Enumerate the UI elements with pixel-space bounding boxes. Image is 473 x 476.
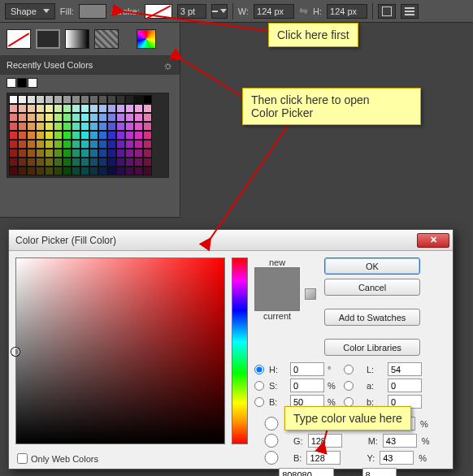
swatch[interactable] (116, 95, 125, 104)
swatch[interactable] (72, 158, 80, 167)
swatch[interactable] (98, 104, 107, 113)
swatch[interactable] (18, 131, 27, 140)
shape-mode-dropdown[interactable]: Shape (5, 3, 55, 19)
swatch[interactable] (45, 113, 54, 122)
color-libraries-button[interactable]: Color Libraries (324, 339, 420, 356)
swatch[interactable] (18, 167, 27, 175)
swatch[interactable] (98, 131, 107, 140)
swatch[interactable] (143, 158, 152, 167)
swatch[interactable] (54, 122, 63, 131)
swatch[interactable] (107, 122, 116, 131)
r-radio[interactable] (254, 417, 289, 431)
l-input[interactable] (388, 362, 422, 376)
swatch[interactable] (54, 149, 63, 158)
swatch[interactable] (134, 140, 143, 149)
swatch[interactable] (80, 140, 89, 149)
swatch[interactable] (45, 95, 54, 104)
s-radio[interactable] (254, 381, 264, 391)
swatch[interactable] (98, 95, 107, 104)
swatch[interactable] (80, 104, 89, 113)
s-input[interactable] (290, 379, 324, 392)
swatch[interactable] (125, 95, 134, 104)
swatch[interactable] (9, 131, 18, 140)
swatch[interactable] (18, 158, 27, 167)
swatch[interactable] (125, 113, 134, 122)
recent-swatch[interactable] (17, 78, 27, 88)
swatch[interactable] (116, 131, 125, 140)
swatch[interactable] (98, 167, 107, 175)
swatch[interactable] (80, 122, 89, 131)
swatch[interactable] (27, 104, 36, 113)
m-input[interactable] (383, 434, 417, 448)
swatch[interactable] (36, 140, 45, 149)
swatch[interactable] (9, 167, 18, 175)
swatch[interactable] (45, 149, 54, 158)
swatch[interactable] (89, 122, 98, 131)
swatch[interactable] (63, 140, 72, 149)
a-radio[interactable] (344, 381, 354, 391)
hex-input[interactable] (279, 468, 334, 476)
swatch[interactable] (80, 149, 89, 158)
swatch[interactable] (54, 167, 63, 175)
swatch[interactable] (54, 95, 63, 104)
swatch[interactable] (80, 95, 89, 104)
swatch[interactable] (143, 131, 152, 140)
swatch[interactable] (116, 104, 125, 113)
swatch[interactable] (54, 140, 63, 149)
swatch[interactable] (36, 131, 45, 140)
swatch[interactable] (18, 122, 27, 131)
swatch[interactable] (63, 122, 72, 131)
fill-gradient-button[interactable] (65, 29, 89, 49)
swatch[interactable] (125, 158, 134, 167)
swatch[interactable] (9, 104, 18, 113)
swatch[interactable] (63, 158, 72, 167)
swatch[interactable] (107, 158, 116, 167)
swatch[interactable] (27, 167, 36, 175)
swatch[interactable] (125, 104, 134, 113)
swatch[interactable] (80, 113, 89, 122)
swatch[interactable] (63, 113, 72, 122)
g-radio[interactable] (254, 434, 289, 448)
swatch[interactable] (107, 140, 116, 149)
swatch[interactable] (98, 140, 107, 149)
swatch[interactable] (27, 122, 36, 131)
swatch[interactable] (63, 131, 72, 140)
swatch[interactable] (54, 158, 63, 167)
swatch[interactable] (27, 131, 36, 140)
swatch[interactable] (27, 149, 36, 158)
swatch[interactable] (143, 95, 152, 104)
swatch[interactable] (36, 149, 45, 158)
fill-solid-button[interactable] (36, 29, 60, 49)
saturation-value-field[interactable] (15, 257, 225, 444)
swatch[interactable] (72, 113, 80, 122)
swatch[interactable] (80, 158, 89, 167)
swatch[interactable] (72, 104, 80, 113)
swatch[interactable] (107, 149, 116, 158)
recent-swatch[interactable] (7, 78, 16, 88)
fill-swatch[interactable] (79, 4, 106, 19)
swatch[interactable] (125, 122, 134, 131)
k-input[interactable] (362, 468, 397, 476)
ok-button[interactable]: OK (324, 257, 420, 275)
a-input[interactable] (388, 379, 422, 392)
swatch[interactable] (45, 158, 54, 167)
hue-slider[interactable] (232, 257, 248, 444)
swatch[interactable] (9, 95, 18, 104)
swatch[interactable] (107, 167, 116, 175)
owc-input[interactable] (17, 453, 28, 464)
swatch[interactable] (116, 149, 125, 158)
swatch[interactable] (143, 104, 152, 113)
swatch[interactable] (63, 95, 72, 104)
swatch[interactable] (134, 95, 143, 104)
swatch[interactable] (89, 167, 98, 175)
swatch[interactable] (63, 167, 72, 175)
swatch[interactable] (89, 149, 98, 158)
swatch[interactable] (45, 104, 54, 113)
swatch[interactable] (27, 140, 36, 149)
swatch[interactable] (143, 122, 152, 131)
swatch[interactable] (143, 149, 152, 158)
recent-swatch[interactable] (28, 78, 37, 88)
fill-pattern-button[interactable] (94, 29, 119, 49)
swatch[interactable] (9, 113, 18, 122)
swatch[interactable] (116, 113, 125, 122)
